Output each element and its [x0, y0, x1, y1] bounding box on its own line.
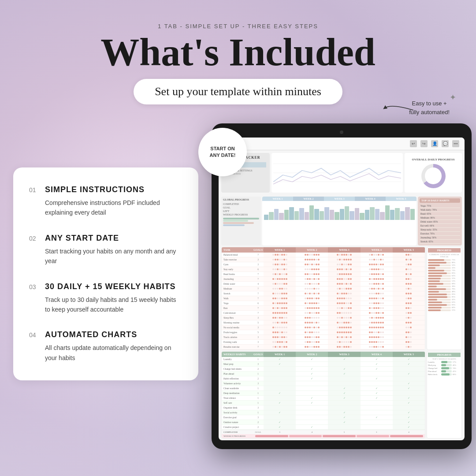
weekly-habit-row-11: Social activity 1 ✓✓✓ — [222, 410, 425, 415]
undo-icon[interactable]: ↩ — [410, 140, 417, 147]
goals-col-header: GOALS — [253, 247, 264, 253]
bar-27 — [400, 211, 405, 220]
donut-chart — [421, 164, 446, 188]
top-habits-block: TOP 10 DAILY HABITS Yoga: 75%Walk daily:… — [418, 197, 462, 245]
bar-8 — [305, 212, 309, 220]
feature-3-number: 03 — [29, 283, 38, 290]
weekly-progress-bar-3: Plan ahead 45% — [428, 370, 461, 372]
week2-col-header: WEEK 2 — [296, 247, 328, 253]
start-badge: START ONANY DATE! — [198, 128, 247, 176]
more-icon[interactable]: ••• — [452, 140, 459, 147]
progress-label: PROGRESS — [428, 248, 461, 253]
bar-18 — [355, 208, 359, 220]
page-container: 1 TAB - SIMPLE SET UP - THREE EASY STEPS… — [0, 0, 476, 476]
habit-row-7: Meditate 7 — [222, 286, 425, 291]
bar-22 — [375, 209, 379, 220]
wp-bar-1 — [255, 435, 288, 437]
daily-progress-bars: 71% 80% 52% 32% 71% 83% — [428, 259, 461, 311]
global-progress-label: GLOBAL PROGRESS — [223, 198, 259, 201]
feature-1: 01 SIMPLE INSTRUCTIONS Comprehensive ins… — [29, 185, 182, 218]
line-chart-area — [271, 153, 403, 193]
sparkle-icon: ✦ — [450, 93, 456, 102]
week-4-header: WEEK 4 — [355, 197, 386, 201]
weekly-habits-section: WEEKLY HABITS GOALS WEEK 1 WEEK 2 WEEK 3… — [221, 351, 462, 439]
feature-4: 04 AUTOMATED CHARTS All charts update au… — [29, 330, 182, 363]
weekly-progress-bar-4: Habit check 80% — [428, 373, 461, 376]
habit-row-16: Fruits/veggies 5 — [222, 330, 425, 335]
weekly-habit-row-2: Change bed sheets 2 ✓✓✓ — [222, 367, 425, 372]
w5-footer: 4 — [393, 430, 425, 434]
bar-25 — [390, 210, 394, 220]
annotation-arrow-svg — [383, 101, 418, 115]
habit-row-6: Drink water 4 — [222, 282, 425, 286]
daily-progress-10: 38% — [428, 285, 461, 287]
habit-row-15: No social media 3 — [222, 325, 425, 330]
bar-26 — [395, 208, 399, 220]
top-habits-list: Yoga: 75%Walk daily: 70%Read: 65%Meditat… — [420, 204, 460, 244]
habit-row-10: Yoga 6 — [222, 301, 425, 306]
bar-24 — [385, 205, 390, 220]
feature-2-desc: Start tracking your habits on any month … — [29, 246, 182, 266]
daily-habits-header: TASK GOALS WEEK 1 WEEK 2 WEEK 3 WEEK 4 W… — [222, 247, 425, 253]
spreadsheet-content: HABIT TRACKER JANUARY CALENDAR SETTINGS … — [219, 150, 465, 439]
habit-row-0: Balanced meal 7 — [222, 253, 425, 257]
top-habit-7: Exercise: 70% — [420, 232, 460, 236]
weekly-habit-row-13: Outdoor nature 2 ✓✓✓ — [222, 420, 425, 425]
feature-1-title: SIMPLE INSTRUCTIONS — [45, 185, 145, 194]
wp-bar-5 — [390, 435, 423, 437]
weekly-progress-bar-2: Change bed 74% — [428, 367, 461, 369]
toolbar-icons: ↩ ↪ 👤 💬 ••• — [410, 140, 459, 147]
week-5-header: WEEK 5 — [386, 197, 416, 201]
habit-row-18: Evening walk 3 — [222, 340, 425, 345]
feature-1-header: 01 SIMPLE INSTRUCTIONS — [29, 185, 182, 194]
daily-progress-11: 78% — [428, 288, 461, 290]
bar-6 — [294, 211, 299, 220]
daily-habits-table: TASK GOALS WEEK 1 WEEK 2 WEEK 3 WEEK 4 W… — [221, 247, 425, 350]
bar-11 — [320, 211, 324, 220]
feature-2-number: 02 — [29, 235, 38, 242]
bar-17 — [350, 211, 354, 220]
weekly-bar-chart: WEEK 1 WEEK 2 WEEK 3 WEEK 4 WEEK 5 — [262, 197, 416, 245]
global-progress-block: GLOBAL PROGRESS COMPLETED GOAL LEFT WEEK… — [221, 197, 261, 245]
daily-habits-row: TASK GOALS WEEK 1 WEEK 2 WEEK 3 WEEK 4 W… — [221, 247, 462, 350]
feature-2-header: 02 ANY START DATE — [29, 234, 182, 243]
feature-3-title: 30 DAILY + 15 WEEKLY HABITS — [45, 282, 176, 291]
weekly-w4-header: WEEK 4 — [361, 352, 393, 357]
week-2-header: WEEK 2 — [293, 197, 324, 201]
daily-progress-1: 80% — [428, 261, 461, 264]
daily-progress-8: 51% — [428, 280, 461, 282]
bar-29 — [410, 209, 415, 220]
redo-icon[interactable]: ↪ — [420, 140, 428, 147]
bar-4 — [284, 210, 289, 220]
daily-progress-6: 62% — [428, 275, 461, 277]
weekly-w1-header: WEEK 1 — [264, 352, 296, 357]
weekly-habit-row-4: Habit reflection 2 ✓✓ — [222, 376, 425, 381]
weekly-habit-row-0: Laundry 1 ✓✓✓✓✓ — [222, 357, 425, 362]
add-user-icon[interactable]: 👤 — [431, 140, 438, 147]
week-headers: WEEK 1 WEEK 2 WEEK 3 WEEK 4 WEEK 5 — [262, 197, 416, 201]
w3-footer: 5 — [328, 430, 360, 434]
bar-19 — [360, 213, 364, 220]
feature-1-desc: Comprehensive instructions PDF included … — [29, 198, 182, 218]
bar-0 — [264, 215, 268, 220]
feature-4-title: AUTOMATED CHARTS — [45, 330, 137, 339]
weekly-progress-sidebar: PROGRESS TOP 5 WEEKLY HABITS Laundry 57%… — [427, 351, 462, 439]
habit-row-17: Track calories 3 — [222, 335, 425, 340]
subtitle: 1 TAB - SIMPLE SET UP - THREE EASY STEPS — [0, 23, 476, 30]
weekly-progress-row: WEEKLY PROGRESS — [222, 434, 425, 438]
daily-progress-4: 71% — [428, 269, 461, 271]
main-content: 01 SIMPLE INSTRUCTIONS Comprehensive ins… — [13, 123, 463, 449]
bar-12 — [324, 207, 329, 220]
bar-3 — [279, 213, 283, 220]
top-habit-0: Yoga: 75% — [420, 204, 460, 208]
weekly-task-header: WEEKLY HABITS — [222, 352, 253, 357]
weekly-overview-section: GLOBAL PROGRESS COMPLETED GOAL LEFT WEEK… — [221, 197, 462, 245]
comment-icon[interactable]: 💬 — [442, 140, 449, 147]
weekly-w5-header: WEEK 5 — [393, 352, 425, 357]
weekly-habit-row-6: Clean wardrobe 1 ✓✓✓ — [222, 386, 425, 391]
feature-3-desc: Track up to 30 daily habits and 15 weekl… — [29, 295, 182, 315]
daily-progress-0: 71% — [428, 259, 461, 261]
features-card: 01 SIMPLE INSTRUCTIONS Comprehensive ins… — [13, 167, 198, 380]
top-habit-2: Read: 65% — [420, 212, 460, 216]
progress-sidebar: PROGRESS CURRENT LONGEST STREAK STREAK 7… — [427, 247, 462, 350]
